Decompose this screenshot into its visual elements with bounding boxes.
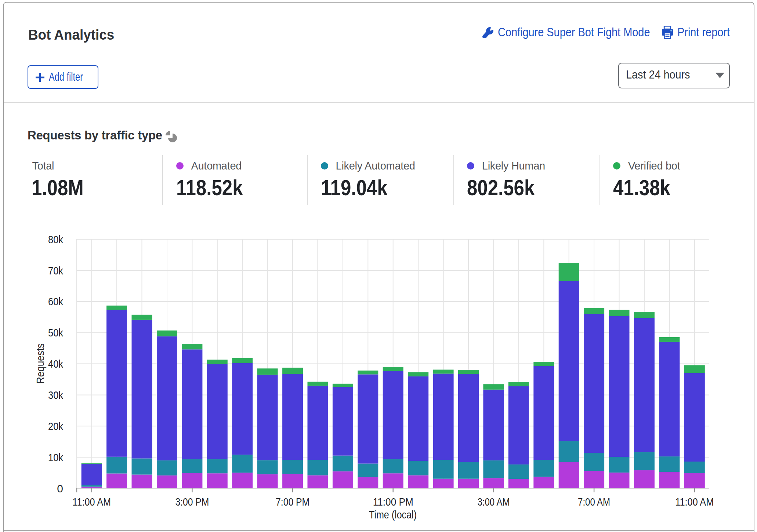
svg-text:11:00 AM: 11:00 AM xyxy=(72,496,111,508)
svg-text:0: 0 xyxy=(57,482,63,495)
svg-text:30k: 30k xyxy=(48,389,64,401)
svg-text:11:00 PM: 11:00 PM xyxy=(373,496,413,508)
svg-text:20k: 20k xyxy=(48,420,64,432)
svg-text:Requests: Requests xyxy=(34,343,46,384)
svg-text:3:00 PM: 3:00 PM xyxy=(175,496,209,508)
svg-text:7:00 PM: 7:00 PM xyxy=(276,496,309,508)
svg-text:Time (local): Time (local) xyxy=(369,509,417,521)
svg-text:80k: 80k xyxy=(48,233,64,245)
svg-text:7:00 AM: 7:00 AM xyxy=(578,496,610,508)
svg-text:10k: 10k xyxy=(48,451,64,463)
svg-text:50k: 50k xyxy=(48,327,64,339)
svg-text:3:00 AM: 3:00 AM xyxy=(477,496,510,508)
svg-text:60k: 60k xyxy=(48,295,64,307)
svg-text:70k: 70k xyxy=(48,265,64,277)
svg-text:40k: 40k xyxy=(48,358,64,370)
svg-text:11:00 AM: 11:00 AM xyxy=(675,496,714,508)
